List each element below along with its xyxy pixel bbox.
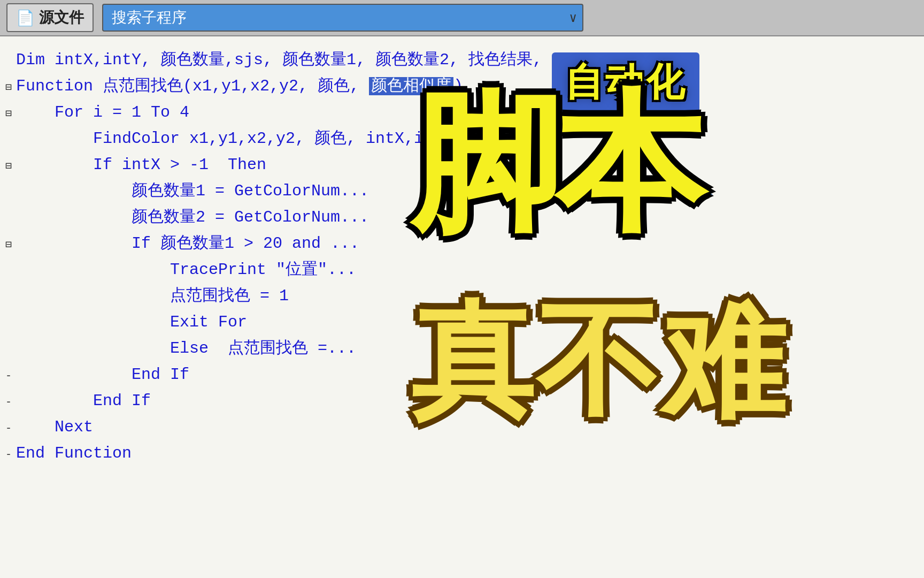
line-marker-13: - [0,370,16,382]
code-icon: 📄 [16,9,35,27]
code-text-4: FindColor x1,y1,x2,y2, 颜色, intX,intY [16,127,452,151]
code-text-14: End If [16,389,151,413]
code-line-11: Exit For [0,309,924,336]
code-text-6: 颜色数量1 = GetColorNum... [16,179,369,203]
line-marker-14: - [0,396,16,408]
code-text-10: 点范围找色 = 1 [16,284,289,308]
code-text-12: Else 点范围找色 =... [16,337,356,361]
code-line-14: - End If [0,388,924,414]
code-text-7: 颜色数量2 = GetColorNum... [16,206,369,230]
code-text-8: If 颜色数量1 > 20 and ... [16,232,359,256]
code-line-6: 颜色数量1 = GetColorNum... [0,178,924,204]
line-marker-8: ⊟ [0,238,16,251]
code-text-2: Function 点范围找色(x1,y1,x2,y2, 颜色, 颜色相似度) [16,74,463,98]
code-line-16: - End Function [0,440,924,467]
code-line-7: 颜色数量2 = GetColorNum... [0,204,924,231]
code-text-13: End If [16,363,189,387]
code-line-4: FindColor x1,y1,x2,y2, 颜色, intX,intY [0,126,924,152]
search-container: ∨ [102,4,583,32]
line-marker-3: ⊟ [0,107,16,120]
code-line-3: ⊟ For i = 1 To 4 [0,100,924,126]
line-marker-16: - [0,448,16,461]
code-line-10: 点范围找色 = 1 [0,283,924,309]
toolbar: 📄 源文件 ∨ [0,0,924,36]
source-file-button[interactable]: 📄 源文件 [6,3,94,32]
line-marker-15: - [0,422,16,435]
search-input[interactable] [102,4,583,32]
code-line-12: Else 点范围找色 =... [0,336,924,362]
code-line-15: - Next [0,414,924,440]
code-text-9: TracePrint "位置"... [16,258,356,282]
code-line-5: ⊟ If intX > -1 Then [0,152,924,178]
code-text-16: End Function [16,442,132,466]
source-button-label: 源文件 [39,7,84,28]
code-text-15: Next [16,415,93,439]
code-line-2: ⊟ Function 点范围找色(x1,y1,x2,y2, 颜色, 颜色相似度) [0,73,924,100]
code-line-8: ⊟ If 颜色数量1 > 20 and ... [0,231,924,257]
code-text-5: If intX > -1 Then [16,153,266,177]
code-line-13: - End If [0,362,924,388]
code-line-1: Dim intX,intY, 颜色数量,sjs, 颜色数量1, 颜色数量2, 找… [0,47,924,73]
code-line-9: TracePrint "位置"... [0,257,924,283]
code-text-1: Dim intX,intY, 颜色数量,sjs, 颜色数量1, 颜色数量2, 找… [16,48,561,72]
code-text-3: For i = 1 To 4 [16,101,189,125]
code-area: Dim intX,intY, 颜色数量,sjs, 颜色数量1, 颜色数量2, 找… [0,36,924,578]
line-marker-2: ⊟ [0,80,16,94]
code-text-11: Exit For [16,310,247,334]
line-marker-5: ⊟ [0,159,16,172]
